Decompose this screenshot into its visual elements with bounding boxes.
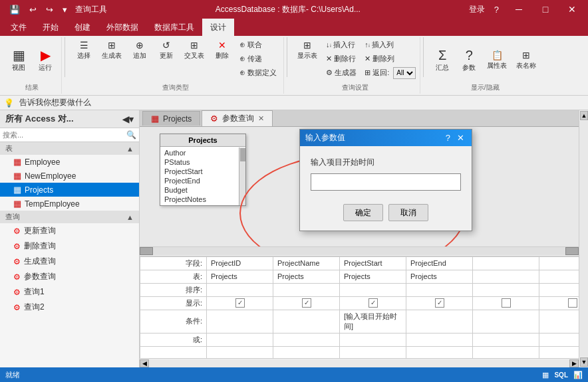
nav-newemployee[interactable]: ▦ NewEmployee — [0, 169, 139, 183]
minimize-btn[interactable]: ─ — [508, 0, 529, 19]
help-btn[interactable]: ? — [490, 3, 503, 16]
tab-start[interactable]: 开始 — [35, 19, 67, 36]
tables-section-header[interactable]: 表 ▲ — [0, 142, 139, 155]
cell-empty-1-1[interactable] — [273, 346, 340, 358]
props-btn[interactable]: 📋 属性表 — [484, 48, 510, 72]
h-scroll-right[interactable] — [565, 247, 579, 255]
nav-make-query[interactable]: ⚙ 生成查询 — [0, 254, 139, 269]
nav-query1[interactable]: ⚙ 查询1 — [0, 284, 139, 300]
search-hint-text[interactable]: 告诉我你想要做什么 — [19, 97, 91, 108]
cell-criteria-5[interactable] — [539, 310, 579, 333]
view-btn[interactable]: ▦ 视图 — [7, 47, 31, 74]
update-btn[interactable]: ↺ 更新 — [154, 39, 178, 62]
cell-or-0[interactable] — [207, 333, 273, 346]
cell-empty-1-2[interactable] — [340, 346, 406, 358]
cell-criteria-4[interactable] — [473, 310, 539, 333]
left-panel-collapse-icon[interactable]: ◀▾ — [122, 114, 134, 124]
dialog-cancel-btn[interactable]: 取消 — [388, 204, 428, 221]
redo-icon[interactable]: ↪ — [42, 3, 57, 16]
cell-show-5[interactable] — [539, 296, 579, 310]
cell-table-2[interactable]: Projects — [340, 270, 406, 283]
nav-delete-query[interactable]: ⚙ 删除查询 — [0, 239, 139, 254]
cell-empty-1-5[interactable] — [539, 346, 579, 358]
insert-col-btn[interactable]: ↑ᵢ 插入列 — [362, 39, 416, 51]
dialog-confirm-btn[interactable]: 确定 — [343, 204, 383, 221]
checkbox-0[interactable] — [235, 298, 245, 308]
cell-show-1[interactable] — [273, 296, 340, 310]
tab-file[interactable]: 文件 — [3, 19, 35, 36]
checkbox-1[interactable] — [302, 298, 311, 308]
insert-row-btn[interactable]: ↓ᵢ 插入行 — [323, 39, 359, 51]
cell-or-2[interactable] — [340, 333, 406, 346]
tab-design[interactable]: 设计 — [202, 19, 234, 36]
run-btn[interactable]: ▶ 运行 — [33, 47, 57, 74]
cell-criteria-2[interactable]: [输入项目开始时间] — [340, 310, 406, 333]
cell-show-4[interactable] — [473, 296, 539, 310]
cell-or-4[interactable] — [473, 333, 539, 346]
cell-sort-2[interactable] — [340, 283, 406, 296]
search-input[interactable] — [3, 131, 126, 139]
delete-col-btn[interactable]: ✕ 删除列 — [362, 52, 416, 65]
tab-paramquery-close[interactable]: ✕ — [258, 114, 264, 123]
cell-field-0[interactable]: ProjectID — [207, 256, 273, 270]
cell-field-4[interactable] — [473, 256, 539, 270]
scroll-track[interactable] — [579, 121, 588, 357]
view-sql-icon[interactable]: SQL — [554, 371, 568, 379]
h-scroll-right-btn[interactable]: ▶ — [569, 359, 579, 367]
h-scroll-track[interactable] — [153, 247, 565, 255]
cell-criteria-1[interactable] — [273, 310, 340, 333]
maximize-btn[interactable]: □ — [535, 0, 556, 19]
h-scroll-bottom[interactable]: ◀ ▶ — [140, 358, 579, 367]
nav-update-query[interactable]: ⚙ 更新查询 — [0, 223, 139, 239]
cell-field-2[interactable]: ProjectStart — [340, 256, 406, 270]
cell-table-1[interactable]: Projects — [273, 270, 340, 283]
queries-section-header[interactable]: 查询 ▲ — [0, 211, 139, 223]
cell-field-5[interactable] — [539, 256, 579, 270]
cell-or-1[interactable] — [273, 333, 340, 346]
h-scroll-top[interactable] — [140, 246, 579, 256]
tab-external[interactable]: 外部数据 — [98, 19, 146, 36]
tab-projects[interactable]: ▦ Projects — [142, 111, 200, 126]
cell-show-0[interactable] — [207, 296, 273, 310]
view-chart-icon[interactable]: 📊 — [573, 371, 583, 379]
union-btn[interactable]: ⊕ 联合 — [237, 39, 279, 51]
cell-empty-1-3[interactable] — [406, 346, 473, 358]
tablenames-btn[interactable]: ⊞ 表名称 — [513, 48, 539, 72]
tab-paramquery[interactable]: ⚙ 参数查询 ✕ — [202, 110, 273, 126]
cell-table-0[interactable]: Projects — [207, 270, 273, 283]
dialog-close-btn[interactable]: ✕ — [455, 133, 466, 143]
cell-or-3[interactable] — [406, 333, 473, 346]
cell-show-2[interactable] — [340, 296, 406, 310]
cell-field-3[interactable]: ProjectEnd — [406, 256, 473, 270]
return-select[interactable]: All — [393, 67, 416, 79]
cell-criteria-3[interactable] — [406, 310, 473, 333]
return-btn[interactable]: ⊞ 返回: — [362, 66, 392, 79]
save-icon[interactable]: 💾 — [5, 3, 24, 16]
h-scroll-track-bottom[interactable] — [149, 359, 569, 367]
select-btn[interactable]: ☰ 选择 — [72, 39, 96, 62]
cell-sort-1[interactable] — [273, 283, 340, 296]
delete-row-btn[interactable]: ✕ 删除行 — [323, 52, 359, 65]
h-scroll-left[interactable] — [140, 247, 153, 255]
cell-table-5[interactable] — [539, 270, 579, 283]
dialog-input[interactable] — [311, 173, 461, 191]
total-btn[interactable]: Σ 汇总 — [430, 47, 454, 74]
append-btn[interactable]: ⊕ 追加 — [128, 39, 152, 62]
scroll-up-btn[interactable]: ▲ — [580, 111, 588, 120]
cell-show-3[interactable] — [406, 296, 473, 310]
show-table-btn[interactable]: ⊞ 显示表 — [294, 39, 321, 62]
checkbox-2[interactable] — [368, 298, 378, 308]
cell-table-3[interactable]: Projects — [406, 270, 473, 283]
view-grid-icon[interactable]: ▦ — [542, 371, 549, 379]
passthrough-btn[interactable]: ⊕ 传递 — [237, 52, 279, 65]
nav-tempemployee[interactable]: ▦ TempEmployee — [0, 197, 139, 211]
checkbox-4[interactable] — [502, 298, 511, 308]
datadef-btn[interactable]: ⊕ 数据定义 — [237, 66, 279, 79]
cell-or-5[interactable] — [539, 333, 579, 346]
cell-table-4[interactable] — [473, 270, 539, 283]
cell-sort-0[interactable] — [207, 283, 273, 296]
dialog-help-btn[interactable]: ? — [444, 133, 452, 143]
tab-dbtools[interactable]: 数据库工具 — [146, 19, 202, 36]
delete-btn[interactable]: ✕ 删除 — [210, 39, 234, 62]
cell-sort-3[interactable] — [406, 283, 473, 296]
